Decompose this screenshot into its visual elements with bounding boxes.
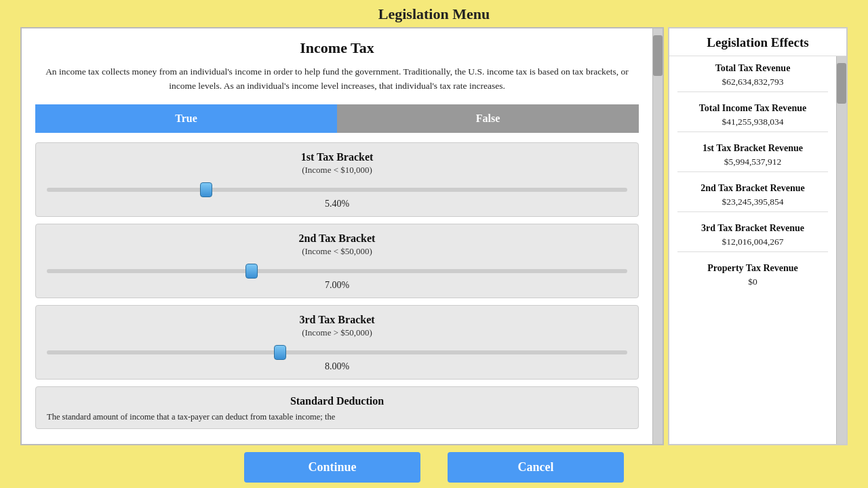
effect-item-5: Property Tax Revenue$0 bbox=[677, 263, 828, 291]
standard-deduction-card: Standard Deduction The standard amount o… bbox=[35, 386, 639, 430]
effect-value-2: $5,994,537,912 bbox=[677, 157, 828, 167]
effect-label-3: 2nd Tax Bracket Revenue bbox=[677, 183, 828, 194]
effect-item-4: 3rd Tax Bracket Revenue$12,016,004,267 bbox=[677, 223, 828, 258]
effect-item-2: 1st Tax Bracket Revenue$5,994,537,912 bbox=[677, 143, 828, 178]
effect-item-3: 2nd Tax Bracket Revenue$23,245,395,854 bbox=[677, 183, 828, 218]
effect-divider-0 bbox=[677, 92, 828, 92]
right-scrollbar-thumb bbox=[837, 63, 846, 104]
standard-deduction-description: The standard amount of income that a tax… bbox=[47, 411, 627, 424]
bracket-1-subtitle: (Income < $10,000) bbox=[302, 165, 372, 176]
standard-deduction-title: Standard Deduction bbox=[47, 395, 627, 407]
bracket-3-slider-container bbox=[47, 345, 627, 357]
true-toggle-button[interactable]: True bbox=[35, 104, 337, 133]
right-panel-title: Legislation Effects bbox=[676, 35, 840, 50]
bracket-2-slider[interactable] bbox=[47, 269, 627, 273]
bottom-bar: Continue Cancel bbox=[0, 445, 868, 488]
left-panel-title: Income Tax bbox=[35, 39, 639, 57]
effect-divider-3 bbox=[677, 211, 828, 212]
effect-value-3: $23,245,395,854 bbox=[677, 197, 828, 207]
left-scrollbar-thumb bbox=[653, 35, 663, 76]
cancel-button[interactable]: Cancel bbox=[448, 452, 624, 483]
right-scrollbar[interactable] bbox=[836, 56, 846, 444]
left-panel-content: Income Tax An income tax collects money … bbox=[22, 28, 652, 444]
bracket-card-1: 1st Tax Bracket (Income < $10,000) 5.40% bbox=[35, 142, 639, 217]
left-panel: Income Tax An income tax collects money … bbox=[20, 27, 664, 445]
effect-label-2: 1st Tax Bracket Revenue bbox=[677, 143, 828, 154]
bracket-1-slider-container bbox=[47, 182, 627, 195]
bracket-1-title: 1st Tax Bracket bbox=[301, 151, 374, 163]
effect-divider-1 bbox=[677, 131, 828, 132]
bracket-3-slider[interactable] bbox=[47, 350, 627, 354]
left-scrollbar[interactable] bbox=[652, 28, 663, 444]
effect-label-4: 3rd Tax Bracket Revenue bbox=[677, 223, 828, 234]
effect-value-0: $62,634,832,793 bbox=[677, 77, 828, 87]
effect-label-5: Property Tax Revenue bbox=[677, 263, 828, 274]
right-panel-header: Legislation Effects bbox=[669, 28, 846, 56]
bracket-3-title: 3rd Tax Bracket bbox=[299, 314, 374, 326]
bracket-2-subtitle: (Income < $50,000) bbox=[302, 246, 372, 257]
effect-label-0: Total Tax Revenue bbox=[677, 63, 828, 74]
bracket-card-3: 3rd Tax Bracket (Income > $50,000) 8.00% bbox=[35, 305, 639, 380]
bracket-2-value: 7.00% bbox=[325, 280, 349, 291]
effect-label-1: Total Income Tax Revenue bbox=[677, 103, 828, 114]
bracket-3-value: 8.00% bbox=[325, 361, 349, 372]
bracket-1-value: 5.40% bbox=[325, 199, 349, 209]
bracket-2-title: 2nd Tax Bracket bbox=[299, 232, 376, 245]
right-panel-content: Total Tax Revenue$62,634,832,793Total In… bbox=[669, 56, 836, 444]
bracket-1-slider[interactable] bbox=[47, 188, 627, 192]
effect-divider-2 bbox=[677, 171, 828, 172]
right-panel: Legislation Effects Total Tax Revenue$62… bbox=[668, 27, 848, 445]
toggle-row: True False bbox=[35, 104, 639, 133]
left-panel-description: An income tax collects money from an ind… bbox=[35, 65, 639, 94]
effect-value-5: $0 bbox=[677, 277, 828, 287]
effect-item-0: Total Tax Revenue$62,634,832,793 bbox=[677, 63, 828, 98]
bracket-card-2: 2nd Tax Bracket (Income < $50,000) 7.00% bbox=[35, 224, 639, 298]
bracket-2-slider-container bbox=[47, 264, 627, 276]
continue-button[interactable]: Continue bbox=[244, 452, 420, 483]
effect-value-1: $41,255,938,034 bbox=[677, 117, 828, 127]
effect-divider-4 bbox=[677, 251, 828, 252]
false-toggle-button[interactable]: False bbox=[337, 104, 639, 133]
app-title: Legislation Menu bbox=[0, 0, 868, 27]
bracket-3-subtitle: (Income > $50,000) bbox=[302, 327, 372, 338]
effect-value-4: $12,016,004,267 bbox=[677, 237, 828, 247]
effect-item-1: Total Income Tax Revenue$41,255,938,034 bbox=[677, 103, 828, 138]
